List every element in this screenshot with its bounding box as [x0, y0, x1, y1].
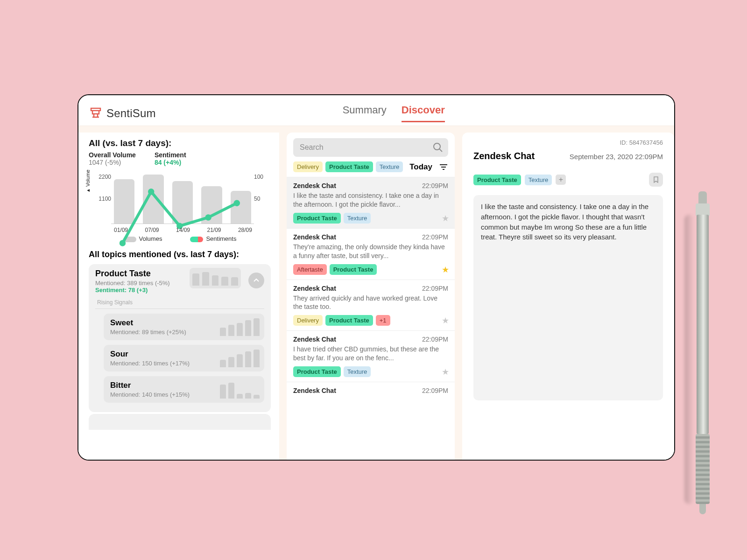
- brand: SentiSum: [89, 106, 156, 120]
- svg-rect-0: [91, 108, 100, 111]
- star-icon[interactable]: ★: [442, 213, 449, 224]
- tag-texture[interactable]: Texture: [344, 366, 371, 377]
- add-tag-button[interactable]: +: [556, 175, 566, 185]
- content-band: All (vs. last 7 days): Overall Volume 10…: [78, 126, 674, 460]
- metrics-row: Overall Volume 1047 (-5%) Sentiment 84 (…: [89, 151, 271, 166]
- detail-body: I like the taste and consistency. I take…: [473, 195, 663, 400]
- chevron-up-icon: [253, 277, 260, 284]
- search-icon: [432, 142, 444, 153]
- app-window: SentiSum Summary Discover All (vs. last …: [78, 94, 675, 461]
- feed-item-source: Zendesk Chat: [293, 387, 336, 394]
- filter-chip-delivery[interactable]: Delivery: [293, 161, 323, 172]
- tag-aftertaste[interactable]: Aftertaste: [293, 264, 327, 275]
- y-right-mid: 50: [254, 196, 260, 202]
- svg-point-5: [234, 200, 240, 206]
- tag-more-count[interactable]: +1: [376, 315, 390, 326]
- signal-mini-chart: [220, 380, 260, 399]
- filter-icon[interactable]: [439, 162, 448, 172]
- feed-item-time: 22:09PM: [422, 233, 448, 241]
- x-axis-labels: 01/0907/0914/0921/0928/09: [114, 227, 252, 233]
- feed-item[interactable]: Zendesk Chat22:09PM They're amazing, the…: [287, 228, 455, 280]
- filter-row: Delivery Product Taste Texture Today: [293, 161, 448, 172]
- bookmark-button[interactable]: [649, 173, 663, 187]
- overview-chart: ▲ Volume 2200 1100: [89, 172, 271, 232]
- tag-texture[interactable]: Texture: [344, 213, 371, 224]
- tab-summary[interactable]: Summary: [343, 104, 387, 122]
- rising-signals-label: Rising Signals: [97, 299, 264, 306]
- bookmark-icon: [652, 176, 660, 183]
- y-axis-left: 2200 1100: [89, 172, 111, 232]
- signal-card[interactable]: Bitter Mentioned: 140 times (+15%): [104, 376, 264, 403]
- feed-item-tags: Product Taste Texture: [293, 366, 448, 377]
- detail-date: September 23, 2020 22:09PM: [570, 153, 663, 161]
- pen-prop: [693, 182, 712, 518]
- tab-discover[interactable]: Discover: [402, 104, 445, 122]
- metric-volume-label: Overall Volume: [89, 151, 136, 159]
- y-left-top: 2200: [99, 174, 111, 180]
- detail-tags: Product Taste Texture +: [473, 173, 663, 187]
- chart-area: [111, 172, 254, 224]
- overview-heading: All (vs. last 7 days):: [89, 138, 271, 148]
- feed-item-source: Zendesk Chat: [293, 336, 336, 343]
- svg-line-7: [439, 149, 442, 152]
- feed-item-source: Zendesk Chat: [293, 285, 336, 292]
- feed-item-time: 22:09PM: [422, 285, 448, 292]
- feed-panel: Delivery Product Taste Texture Today Zen…: [287, 133, 455, 460]
- main-tabs: Summary Discover: [343, 104, 445, 122]
- feed-list: Zendesk Chat22:09PM I like the taste and…: [287, 177, 455, 399]
- svg-point-4: [205, 214, 211, 220]
- tag-product-taste[interactable]: Product Taste: [330, 264, 377, 275]
- feed-item-time: 22:09PM: [422, 387, 448, 394]
- app-header: SentiSum Summary Discover: [78, 95, 674, 126]
- feed-item[interactable]: Zendesk Chat22:09PM I have tried other C…: [287, 330, 455, 382]
- feed-item[interactable]: Zendesk Chat22:09PM They arrived quickly…: [287, 280, 455, 331]
- feed-item-snippet: They arrived quickly and have worked gre…: [293, 294, 448, 312]
- topic-mini-chart: [190, 268, 241, 288]
- feed-item-time: 22:09PM: [422, 182, 448, 189]
- filter-chip-texture[interactable]: Texture: [376, 161, 403, 172]
- svg-point-2: [148, 189, 154, 195]
- star-icon[interactable]: ★: [442, 315, 449, 326]
- feed-item-time: 22:09PM: [422, 336, 448, 343]
- detail-title: Zendesk Chat: [473, 151, 535, 161]
- topic-card[interactable]: Product Taste Mentioned: 389 times (-5%)…: [89, 264, 271, 412]
- feed-item-snippet: I like the taste and consistency. I take…: [293, 191, 448, 209]
- brand-logo-icon: [89, 106, 103, 120]
- tag-product-taste[interactable]: Product Taste: [325, 315, 373, 326]
- tag-product-taste[interactable]: Product Taste: [293, 213, 341, 224]
- feed-item-tags: Aftertaste Product Taste: [293, 264, 448, 275]
- feed-item-tags: Delivery Product Taste +1: [293, 315, 448, 326]
- search-wrap: [293, 138, 448, 157]
- date-filter-label[interactable]: Today: [409, 162, 432, 172]
- brand-name: SentiSum: [106, 107, 156, 120]
- metric-sentiment: Sentiment 84 (+4%): [155, 151, 186, 166]
- star-icon[interactable]: ★: [442, 265, 449, 275]
- svg-point-1: [120, 240, 126, 246]
- feed-item-snippet: I have tried other CBD gummies, but thes…: [293, 345, 448, 363]
- search-input[interactable]: [293, 138, 448, 157]
- signal-mini-chart: [220, 349, 260, 367]
- tag-product-taste[interactable]: Product Taste: [293, 366, 341, 377]
- collapse-topic-button[interactable]: [248, 273, 264, 288]
- overview-panel: All (vs. last 7 days): Overall Volume 10…: [78, 133, 279, 460]
- detail-header: Zendesk Chat September 23, 2020 22:09PM: [473, 151, 663, 161]
- filter-chip-taste[interactable]: Product Taste: [325, 161, 373, 172]
- signal-card[interactable]: Sour Mentioned: 150 times (+17%): [104, 345, 264, 371]
- feed-item-source: Zendesk Chat: [293, 233, 336, 241]
- svg-point-6: [434, 143, 440, 150]
- metric-volume-value: 1047 (-5%): [89, 159, 136, 166]
- signal-card[interactable]: Sweet Mentioned: 89 times (+25%): [104, 314, 264, 340]
- y-right-top: 100: [254, 174, 263, 180]
- topic-card-truncated[interactable]: [89, 414, 271, 430]
- detail-id: ID: 5847637456: [473, 139, 663, 146]
- detail-panel: ID: 5847637456 Zendesk Chat September 23…: [462, 133, 674, 460]
- y-left-mid: 1100: [99, 196, 111, 202]
- axis-label-volume: ▲ Volume: [85, 169, 91, 193]
- metric-sentiment-label: Sentiment: [155, 151, 186, 159]
- tag-texture[interactable]: Texture: [525, 175, 552, 185]
- feed-item[interactable]: Zendesk Chat22:09PM: [287, 382, 455, 399]
- feed-item[interactable]: Zendesk Chat22:09PM I like the taste and…: [287, 177, 455, 228]
- tag-product-taste[interactable]: Product Taste: [473, 175, 521, 185]
- tag-delivery[interactable]: Delivery: [293, 315, 323, 326]
- star-icon[interactable]: ★: [442, 367, 449, 377]
